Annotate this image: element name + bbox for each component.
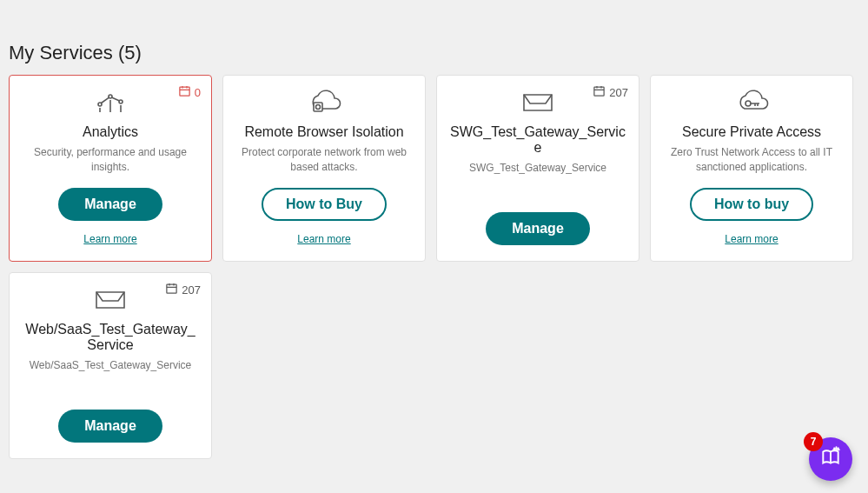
- how-to-buy-button[interactable]: How to buy: [690, 188, 813, 221]
- learn-more-link[interactable]: Learn more: [297, 233, 350, 245]
- card-desc: SWG_Test_Gateway_Service: [469, 161, 606, 189]
- svg-rect-0: [180, 87, 189, 96]
- book-lightbulb-icon: [819, 446, 842, 472]
- card-title: Analytics: [83, 124, 138, 140]
- card-desc: Protect corporate network from web based…: [235, 145, 413, 175]
- service-card-websaas: 207 Web/SaaS_Test_Gateway_Service Web/Sa…: [9, 272, 212, 459]
- service-card-analytics: 0 Analytics Security, performance and us…: [9, 75, 212, 262]
- service-card-rbi: Remote Browser Isolation Protect corpora…: [222, 75, 426, 262]
- cloud-icon: [305, 88, 343, 116]
- page-title: My Services (5): [9, 42, 859, 64]
- badge-count: 0: [195, 86, 201, 99]
- cards-grid: 0 Analytics Security, performance and us…: [9, 75, 859, 459]
- manage-button[interactable]: Manage: [58, 188, 162, 221]
- card-badge: 207: [593, 84, 628, 100]
- svg-point-1: [98, 103, 102, 106]
- card-title: Secure Private Access: [682, 124, 821, 140]
- how-to-buy-button[interactable]: How to Buy: [262, 188, 387, 221]
- badge-count: 207: [182, 283, 201, 296]
- manage-button[interactable]: Manage: [58, 410, 162, 443]
- card-desc: Security, performance and usage insights…: [22, 145, 199, 175]
- learn-more-link[interactable]: Learn more: [725, 233, 778, 245]
- badge-count: 207: [609, 86, 628, 99]
- help-fab-badge: 7: [804, 432, 823, 451]
- inbox-icon: [519, 88, 557, 116]
- learn-more-link[interactable]: Learn more: [83, 233, 136, 245]
- calendar-icon: [593, 84, 606, 100]
- svg-point-7: [745, 101, 751, 106]
- card-title: SWG_Test_Gateway_Service: [449, 124, 626, 156]
- service-card-swg: 207 SWG_Test_Gateway_Service SWG_Test_Ga…: [436, 75, 639, 262]
- card-badge: 0: [178, 84, 201, 100]
- calendar-icon: [178, 84, 191, 100]
- svg-rect-8: [167, 284, 176, 293]
- card-title: Remote Browser Isolation: [244, 124, 403, 140]
- analytics-icon: [93, 88, 128, 116]
- svg-rect-4: [314, 103, 322, 111]
- svg-rect-6: [594, 87, 604, 96]
- cloud-key-icon: [732, 88, 771, 116]
- calendar-icon: [165, 282, 178, 297]
- page-title-count: (5): [118, 42, 142, 63]
- manage-button[interactable]: Manage: [486, 212, 590, 245]
- inbox-icon: [91, 285, 129, 313]
- page-title-prefix: My Services: [9, 42, 113, 63]
- card-desc: Zero Trust Network Access to all IT sanc…: [663, 145, 840, 175]
- card-desc: Web/SaaS_Test_Gateway_Service: [30, 358, 192, 386]
- card-title: Web/SaaS_Test_Gateway_Service: [22, 322, 199, 353]
- card-badge: 207: [165, 282, 201, 297]
- help-fab-button[interactable]: 7: [809, 437, 852, 481]
- service-card-spa: Secure Private Access Zero Trust Network…: [650, 75, 853, 262]
